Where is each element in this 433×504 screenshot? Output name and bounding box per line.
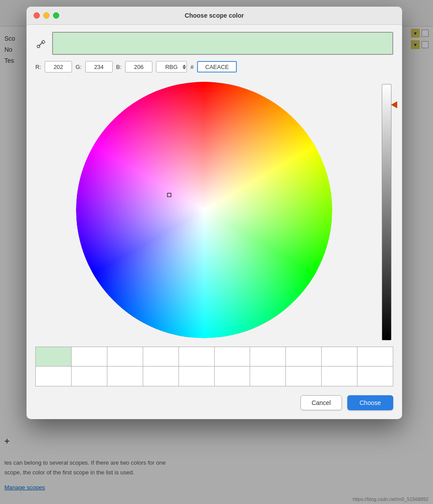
swatch-17[interactable] [286, 367, 322, 386]
b-input[interactable] [125, 61, 152, 73]
dialog-body: R: G: B: RBG HSB HSL # [27, 25, 402, 419]
dialog-buttons: Cancel Choose [35, 393, 393, 410]
choose-button[interactable]: Choose [347, 395, 393, 410]
swatch-14[interactable] [179, 367, 215, 386]
swatch-18[interactable] [322, 367, 357, 386]
swatch-15[interactable] [215, 367, 251, 386]
maximize-button[interactable] [53, 12, 59, 19]
color-mode-wrapper: RBG HSB HSL [156, 61, 187, 73]
color-picker-dialog: Choose scope color R: G: B: [27, 7, 402, 419]
swatch-5[interactable] [215, 347, 251, 367]
swatch-8[interactable] [322, 347, 357, 367]
swatch-10[interactable] [36, 367, 72, 386]
brightness-slider-thumb[interactable] [391, 101, 397, 108]
color-preview-row [35, 32, 393, 55]
svg-point-2 [37, 45, 40, 48]
swatches-row-1 [36, 347, 393, 367]
r-input[interactable] [45, 61, 72, 73]
dialog-title-bar: Choose scope color [27, 7, 402, 25]
color-wheel-container[interactable] [35, 80, 373, 340]
swatches-row-2 [36, 367, 393, 386]
swatch-19[interactable] [357, 367, 393, 386]
swatches-container [35, 347, 393, 386]
swatch-6[interactable] [250, 347, 286, 367]
close-button[interactable] [34, 12, 40, 19]
color-wheel[interactable] [76, 82, 332, 338]
g-label: G: [76, 64, 82, 70]
hex-input[interactable] [197, 61, 237, 73]
swatch-7[interactable] [286, 347, 322, 367]
dialog-title: Choose scope color [185, 12, 244, 19]
eyedropper-icon [37, 38, 46, 48]
color-wheel-svg[interactable] [76, 82, 332, 338]
g-input[interactable] [85, 61, 113, 73]
b-label: B: [116, 64, 122, 70]
rgb-inputs-row: R: G: B: RBG HSB HSL # [35, 61, 393, 73]
hash-label: # [190, 64, 194, 70]
swatch-9[interactable] [357, 347, 393, 367]
brightness-slider-track[interactable] [382, 84, 391, 340]
minimize-button[interactable] [43, 12, 49, 19]
color-preview-box[interactable] [52, 32, 393, 55]
swatch-2[interactable] [107, 347, 143, 367]
r-label: R: [35, 64, 41, 70]
swatch-3[interactable] [143, 347, 179, 367]
traffic-lights [34, 12, 59, 19]
swatch-0[interactable] [36, 347, 72, 367]
color-mode-steppers[interactable] [182, 65, 186, 69]
brightness-slider-container [380, 80, 393, 340]
swatch-1[interactable] [72, 347, 107, 367]
swatch-16[interactable] [250, 367, 286, 386]
swatch-4[interactable] [179, 347, 215, 367]
cancel-button[interactable]: Cancel [300, 395, 342, 410]
eyedropper-button[interactable] [35, 37, 48, 50]
stepper-up-icon[interactable] [182, 65, 186, 67]
swatch-12[interactable] [107, 367, 143, 386]
swatch-11[interactable] [72, 367, 107, 386]
color-wheel-area [35, 80, 393, 340]
swatch-13[interactable] [143, 367, 179, 386]
stepper-down-icon[interactable] [182, 67, 186, 69]
